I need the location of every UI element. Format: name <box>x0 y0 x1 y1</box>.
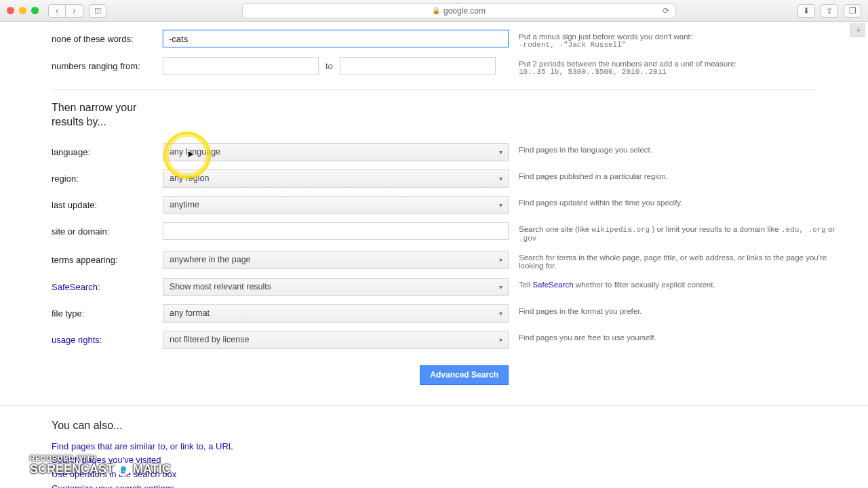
download-icon: ⬇ <box>803 6 810 16</box>
divider <box>52 89 816 90</box>
site-hint: Search one site (like wikipedia.org ) or… <box>509 222 868 243</box>
last-update-label: last update: <box>0 196 163 210</box>
share-button[interactable]: ⇪ <box>821 4 838 18</box>
sidebar-icon: ◫ <box>94 6 101 15</box>
back-button[interactable]: ‹ <box>48 4 66 18</box>
address-bar[interactable]: 🔒 google.com ⟳ <box>242 3 675 18</box>
site-input[interactable] <box>163 222 509 240</box>
none-words-input[interactable] <box>163 30 509 47</box>
numbers-to-label: to <box>326 61 333 71</box>
tabs-icon: ❐ <box>849 6 856 16</box>
none-words-label: none of these words: <box>0 30 163 44</box>
watermark: RECORDED WITH SCREENCAST MATIC <box>30 455 171 476</box>
terms-label: terms appearing: <box>0 251 163 265</box>
new-tab-button[interactable]: + <box>850 23 865 37</box>
safesearch-select[interactable]: Show most relevant results <box>163 278 509 296</box>
downloads-button[interactable]: ⬇ <box>797 4 815 18</box>
tabs-button[interactable]: ❐ <box>844 4 861 18</box>
zoom-window-icon[interactable] <box>31 7 39 14</box>
numbers-label: numbers ranging from: <box>0 57 163 71</box>
safesearch-link[interactable]: SafeSearch <box>532 281 573 289</box>
lock-icon: 🔒 <box>432 7 440 14</box>
terms-select[interactable]: anywhere in the page <box>163 251 509 269</box>
usage-rights-select[interactable]: not filtered by license <box>163 331 509 349</box>
window-controls <box>7 7 39 14</box>
terms-hint: Search for terms in the whole page, page… <box>509 251 868 270</box>
advanced-search-button[interactable]: Advanced Search <box>420 365 509 385</box>
safesearch-hint: Tell SafeSearch whether to filter sexual… <box>509 278 868 289</box>
language-hint: Find pages in the language you select. <box>509 143 868 154</box>
chevron-left-icon: ‹ <box>56 6 58 16</box>
last-update-select[interactable]: anytime <box>163 196 509 214</box>
none-words-hint: Put a minus sign just before words you d… <box>509 30 868 49</box>
region-label: region: <box>0 169 163 184</box>
browser-toolbar: ‹ › ◫ 🔒 google.com ⟳ ⬇ ⇪ ❐ <box>0 0 868 22</box>
minimize-window-icon[interactable] <box>19 7 26 14</box>
usage-rights-hint: Find pages you are free to use yourself. <box>509 331 868 342</box>
close-window-icon[interactable] <box>7 7 14 14</box>
page-content: none of these words: Put a minus sign ju… <box>0 22 868 488</box>
numbers-hint: Put 2 periods between the numbers and ad… <box>509 57 868 76</box>
footer-link-similar[interactable]: Find pages that are similar to, or link … <box>52 440 868 454</box>
sidebar-toggle-button[interactable]: ◫ <box>89 4 106 18</box>
chevron-right-icon: › <box>73 6 76 16</box>
narrow-title: Then narrow your results by... <box>0 97 163 139</box>
forward-button[interactable]: › <box>66 4 83 18</box>
numbers-from-input[interactable] <box>163 57 319 75</box>
filetype-hint: Find pages in the format you prefer. <box>509 304 868 315</box>
footer-link-customize[interactable]: Customize your search settings <box>52 482 868 488</box>
last-update-hint: Find pages updated within the time you s… <box>509 196 868 207</box>
region-hint: Find pages published in a particular reg… <box>509 169 868 180</box>
usage-rights-label[interactable]: usage rights: <box>52 335 102 345</box>
site-label: site or domain: <box>0 222 163 237</box>
reload-icon[interactable]: ⟳ <box>663 6 669 16</box>
language-select[interactable]: any language <box>163 143 509 161</box>
footer-title: You can also... <box>0 405 868 440</box>
filetype-select[interactable]: any format <box>163 304 509 323</box>
numbers-to-input[interactable] <box>340 57 496 75</box>
language-label: language: <box>0 143 163 157</box>
address-host: google.com <box>443 6 486 16</box>
footer-link-visited[interactable]: Search pages you've visited <box>52 453 868 468</box>
safesearch-label[interactable]: SafeSearch: <box>52 282 100 292</box>
filetype-label: file type: <box>0 304 163 319</box>
region-select[interactable]: any region <box>163 169 509 188</box>
footer-link-operators[interactable]: Use operators in the search box <box>52 468 868 482</box>
share-icon: ⇪ <box>826 6 833 16</box>
